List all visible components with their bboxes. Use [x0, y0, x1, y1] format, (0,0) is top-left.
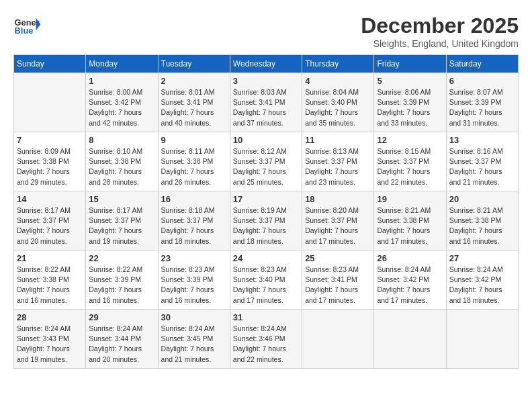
day-number: 6	[449, 76, 515, 86]
day-cell: 1Sunrise: 8:00 AMSunset: 3:42 PMDaylight…	[86, 73, 158, 132]
day-info: Sunrise: 8:20 AMSunset: 3:37 PMDaylight:…	[305, 205, 371, 246]
day-number: 15	[89, 194, 154, 204]
day-cell: 9Sunrise: 8:11 AMSunset: 3:38 PMDaylight…	[158, 132, 230, 191]
week-row-1: 1Sunrise: 8:00 AMSunset: 3:42 PMDaylight…	[14, 73, 519, 132]
day-cell: 29Sunrise: 8:24 AMSunset: 3:44 PMDayligh…	[86, 310, 158, 369]
day-info: Sunrise: 8:16 AMSunset: 3:37 PMDaylight:…	[449, 146, 515, 187]
day-number: 23	[161, 253, 227, 263]
day-cell: 11Sunrise: 8:13 AMSunset: 3:37 PMDayligh…	[302, 132, 374, 191]
title-section: December 2025 Sleights, England, United …	[361, 13, 519, 49]
day-info: Sunrise: 8:09 AMSunset: 3:38 PMDaylight:…	[17, 146, 83, 187]
day-number: 8	[89, 135, 154, 145]
day-cell: 20Sunrise: 8:21 AMSunset: 3:38 PMDayligh…	[446, 191, 518, 250]
day-info: Sunrise: 8:19 AMSunset: 3:37 PMDaylight:…	[233, 205, 299, 246]
logo-icon: General Blue	[13, 13, 40, 40]
day-number: 24	[233, 253, 299, 263]
day-number: 17	[233, 194, 299, 204]
day-number: 22	[89, 253, 154, 263]
day-info: Sunrise: 8:24 AMSunset: 3:46 PMDaylight:…	[233, 324, 299, 365]
day-number: 28	[17, 312, 83, 322]
day-info: Sunrise: 8:24 AMSunset: 3:45 PMDaylight:…	[161, 324, 227, 365]
day-cell: 26Sunrise: 8:24 AMSunset: 3:42 PMDayligh…	[374, 250, 446, 310]
day-number: 20	[449, 194, 515, 204]
day-info: Sunrise: 8:13 AMSunset: 3:37 PMDaylight:…	[305, 146, 371, 187]
week-row-2: 7Sunrise: 8:09 AMSunset: 3:38 PMDaylight…	[14, 132, 519, 191]
day-cell: 7Sunrise: 8:09 AMSunset: 3:38 PMDaylight…	[14, 132, 86, 191]
day-cell: 25Sunrise: 8:23 AMSunset: 3:41 PMDayligh…	[302, 250, 374, 310]
day-number: 9	[161, 135, 227, 145]
day-info: Sunrise: 8:07 AMSunset: 3:39 PMDaylight:…	[449, 87, 515, 128]
day-info: Sunrise: 8:10 AMSunset: 3:38 PMDaylight:…	[89, 146, 154, 187]
location: Sleights, England, United Kingdom	[361, 38, 519, 49]
day-cell: 8Sunrise: 8:10 AMSunset: 3:38 PMDaylight…	[86, 132, 158, 191]
calendar-table: SundayMondayTuesdayWednesdayThursdayFrid…	[13, 54, 519, 369]
day-info: Sunrise: 8:24 AMSunset: 3:42 PMDaylight:…	[449, 265, 515, 306]
day-cell: 24Sunrise: 8:23 AMSunset: 3:40 PMDayligh…	[230, 250, 302, 310]
day-number: 18	[305, 194, 371, 204]
day-cell: 31Sunrise: 8:24 AMSunset: 3:46 PMDayligh…	[230, 310, 302, 369]
day-cell: 23Sunrise: 8:23 AMSunset: 3:39 PMDayligh…	[158, 250, 230, 310]
day-info: Sunrise: 8:21 AMSunset: 3:38 PMDaylight:…	[377, 205, 443, 246]
day-number: 14	[17, 194, 83, 204]
day-info: Sunrise: 8:15 AMSunset: 3:37 PMDaylight:…	[377, 146, 443, 187]
day-info: Sunrise: 8:06 AMSunset: 3:39 PMDaylight:…	[377, 87, 443, 128]
day-cell: 22Sunrise: 8:22 AMSunset: 3:39 PMDayligh…	[86, 250, 158, 310]
day-number: 27	[449, 253, 515, 263]
day-number: 16	[161, 194, 227, 204]
day-number: 13	[449, 135, 515, 145]
day-info: Sunrise: 8:24 AMSunset: 3:42 PMDaylight:…	[377, 265, 443, 306]
day-cell	[14, 73, 86, 132]
day-info: Sunrise: 8:23 AMSunset: 3:40 PMDaylight:…	[233, 265, 299, 306]
day-info: Sunrise: 8:22 AMSunset: 3:38 PMDaylight:…	[17, 265, 83, 306]
day-cell: 30Sunrise: 8:24 AMSunset: 3:45 PMDayligh…	[158, 310, 230, 369]
day-info: Sunrise: 8:22 AMSunset: 3:39 PMDaylight:…	[89, 265, 154, 306]
day-number: 1	[89, 76, 154, 86]
day-number: 21	[17, 253, 83, 263]
day-cell: 12Sunrise: 8:15 AMSunset: 3:37 PMDayligh…	[374, 132, 446, 191]
day-info: Sunrise: 8:23 AMSunset: 3:39 PMDaylight:…	[161, 265, 227, 306]
day-number: 2	[161, 76, 227, 86]
svg-text:Blue: Blue	[15, 26, 34, 36]
day-number: 29	[89, 312, 154, 322]
day-cell: 13Sunrise: 8:16 AMSunset: 3:37 PMDayligh…	[446, 132, 518, 191]
day-number: 19	[377, 194, 443, 204]
day-cell: 4Sunrise: 8:04 AMSunset: 3:40 PMDaylight…	[302, 73, 374, 132]
week-row-3: 14Sunrise: 8:17 AMSunset: 3:37 PMDayligh…	[14, 191, 519, 250]
day-info: Sunrise: 8:23 AMSunset: 3:41 PMDaylight:…	[305, 265, 371, 306]
day-cell: 10Sunrise: 8:12 AMSunset: 3:37 PMDayligh…	[230, 132, 302, 191]
day-cell: 21Sunrise: 8:22 AMSunset: 3:38 PMDayligh…	[14, 250, 86, 310]
day-number: 12	[377, 135, 443, 145]
page-header: General Blue December 2025 Sleights, Eng…	[13, 13, 519, 49]
day-cell: 27Sunrise: 8:24 AMSunset: 3:42 PMDayligh…	[446, 250, 518, 310]
day-cell: 19Sunrise: 8:21 AMSunset: 3:38 PMDayligh…	[374, 191, 446, 250]
day-number: 10	[233, 135, 299, 145]
day-number: 30	[161, 312, 227, 322]
day-cell: 6Sunrise: 8:07 AMSunset: 3:39 PMDaylight…	[446, 73, 518, 132]
day-info: Sunrise: 8:18 AMSunset: 3:37 PMDaylight:…	[161, 205, 227, 246]
day-cell	[446, 310, 518, 369]
month-title: December 2025	[361, 13, 519, 38]
day-number: 4	[305, 76, 371, 86]
day-cell: 3Sunrise: 8:03 AMSunset: 3:41 PMDaylight…	[230, 73, 302, 132]
day-number: 31	[233, 312, 299, 322]
day-number: 25	[305, 253, 371, 263]
day-info: Sunrise: 8:11 AMSunset: 3:38 PMDaylight:…	[161, 146, 227, 187]
day-info: Sunrise: 8:21 AMSunset: 3:38 PMDaylight:…	[449, 205, 515, 246]
day-header-wednesday: Wednesday	[230, 55, 302, 73]
day-header-saturday: Saturday	[446, 55, 518, 73]
day-info: Sunrise: 8:12 AMSunset: 3:37 PMDaylight:…	[233, 146, 299, 187]
calendar-header-row: SundayMondayTuesdayWednesdayThursdayFrid…	[14, 55, 519, 73]
day-info: Sunrise: 8:24 AMSunset: 3:43 PMDaylight:…	[17, 324, 83, 365]
day-header-friday: Friday	[374, 55, 446, 73]
week-row-5: 28Sunrise: 8:24 AMSunset: 3:43 PMDayligh…	[14, 310, 519, 369]
day-number: 26	[377, 253, 443, 263]
day-info: Sunrise: 8:24 AMSunset: 3:44 PMDaylight:…	[89, 324, 154, 365]
day-cell: 2Sunrise: 8:01 AMSunset: 3:41 PMDaylight…	[158, 73, 230, 132]
day-info: Sunrise: 8:01 AMSunset: 3:41 PMDaylight:…	[161, 87, 227, 128]
day-info: Sunrise: 8:17 AMSunset: 3:37 PMDaylight:…	[17, 205, 83, 246]
week-row-4: 21Sunrise: 8:22 AMSunset: 3:38 PMDayligh…	[14, 250, 519, 310]
day-cell	[374, 310, 446, 369]
day-cell: 14Sunrise: 8:17 AMSunset: 3:37 PMDayligh…	[14, 191, 86, 250]
day-cell: 28Sunrise: 8:24 AMSunset: 3:43 PMDayligh…	[14, 310, 86, 369]
day-cell	[302, 310, 374, 369]
